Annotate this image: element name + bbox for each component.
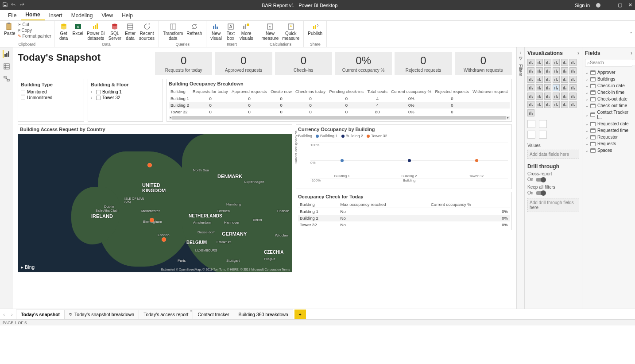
viz-table-icon[interactable] xyxy=(544,93,551,100)
field-table[interactable]: ⌄Check-out time xyxy=(585,102,632,109)
viz-arcgis-icon[interactable] xyxy=(561,101,568,108)
table-row[interactable]: Building 2No0% xyxy=(298,215,510,221)
more-visuals-button[interactable]: Morevisuals xyxy=(238,22,255,42)
minimize-icon[interactable]: — xyxy=(607,3,612,8)
horizontal-scrollbar[interactable]: ◂▸ xyxy=(169,116,510,120)
cut-button[interactable]: ✂Cut xyxy=(18,22,51,27)
column-header[interactable]: Total seats xyxy=(365,88,389,95)
next-page-icon[interactable]: › xyxy=(8,312,16,317)
data-point[interactable] xyxy=(408,159,411,162)
viz-100-bar-icon[interactable] xyxy=(561,59,568,66)
viz-line-column-icon[interactable] xyxy=(553,67,560,74)
scroll-right-icon[interactable]: ▸ xyxy=(506,116,510,120)
viz-clustered-bar-icon[interactable] xyxy=(544,59,551,66)
viz-multi-card-icon[interactable] xyxy=(569,84,577,91)
viz-map-icon[interactable] xyxy=(527,84,534,91)
quick-measure-button[interactable]: Quickmeasure xyxy=(281,22,301,42)
building-occupancy-table[interactable]: Building Occupancy Breakdown BuildingReq… xyxy=(166,79,512,122)
column-header[interactable]: Current occupancy % xyxy=(389,88,433,95)
column-header[interactable]: Check-ins today xyxy=(294,88,327,95)
undo-icon[interactable] xyxy=(11,2,16,8)
map-visual[interactable]: Building Access Request by Country UNITE… xyxy=(18,124,292,272)
field-table[interactable]: ⌄Spaces xyxy=(585,147,632,154)
slicer-option[interactable]: Unmonitored xyxy=(21,95,81,101)
column-header[interactable]: Approved requests xyxy=(230,88,269,95)
slicer-option[interactable]: ›Building 1 xyxy=(91,89,160,95)
field-table[interactable]: ⌄Check-in date xyxy=(585,82,632,89)
viz-line-icon[interactable] xyxy=(527,67,534,74)
viz-funnel-icon[interactable] xyxy=(536,76,543,83)
viz-donut-icon[interactable] xyxy=(561,76,568,83)
slicer-option[interactable]: ›Tower 32 xyxy=(91,95,160,101)
viz-r-icon[interactable] xyxy=(561,93,568,100)
data-point[interactable] xyxy=(475,159,478,162)
search-input[interactable] xyxy=(590,60,635,65)
column-header[interactable]: Building xyxy=(298,201,339,208)
publish-button[interactable]: Publish xyxy=(306,22,324,42)
occupancy-check-table[interactable]: Occupancy Check for Today BuildingMax oc… xyxy=(296,192,512,230)
column-header[interactable]: Requests for today xyxy=(191,88,230,95)
viz-decomposition-icon[interactable] xyxy=(536,101,543,108)
kpi-card[interactable]: 0Approved requests xyxy=(215,52,272,75)
column-header[interactable]: Withdrawn request xyxy=(471,88,510,95)
recent-sources-button[interactable]: Recentsources xyxy=(138,22,156,42)
page-tab[interactable]: ↻Today's snapshot breakdown xyxy=(64,310,139,319)
copy-button[interactable]: ⎘Copy xyxy=(18,27,51,33)
sql-server-button[interactable]: SQLServer xyxy=(107,22,123,42)
enter-data-button[interactable]: Enterdata xyxy=(124,22,137,42)
viz-pie-icon[interactable] xyxy=(553,76,560,83)
page-tab[interactable]: Today's access reportx xyxy=(139,310,193,319)
viz-treemap-icon[interactable] xyxy=(569,76,577,83)
scatter-visual[interactable]: Currency Occupancy by Building Building … xyxy=(296,124,512,189)
viz-clustered-column-icon[interactable] xyxy=(553,59,560,66)
table-row[interactable]: Tower 3200000800%0 xyxy=(169,108,510,115)
menutab-view[interactable]: View xyxy=(97,11,117,20)
viz-card-icon[interactable] xyxy=(561,84,568,91)
table-row[interactable]: Building 20000040%0 xyxy=(169,102,510,108)
close-tab-icon[interactable]: x xyxy=(190,309,192,313)
analytics-tab-icon[interactable] xyxy=(527,131,535,139)
viz-line-clustered-icon[interactable] xyxy=(561,67,568,74)
prev-page-icon[interactable]: ‹ xyxy=(0,312,8,317)
column-header[interactable]: Onsite now xyxy=(269,88,294,95)
table-row[interactable]: Building 1No0% xyxy=(298,208,510,215)
table-row[interactable]: Tower 32No0% xyxy=(298,221,510,228)
report-view-icon[interactable] xyxy=(3,50,11,58)
viz-waterfall-icon[interactable] xyxy=(527,76,534,83)
close-icon[interactable]: ✕ xyxy=(628,2,632,8)
paste-button[interactable]: Paste xyxy=(3,22,17,42)
data-view-icon[interactable] xyxy=(3,62,11,70)
scroll-left-icon[interactable]: ◂ xyxy=(169,116,172,120)
save-icon[interactable] xyxy=(3,2,8,8)
field-table[interactable]: ⌄Check-out date xyxy=(585,96,632,102)
get-data-button[interactable]: Getdata xyxy=(57,22,70,42)
new-visual-button[interactable]: Newvisual xyxy=(209,22,223,42)
values-dropwell[interactable]: Add data fields here xyxy=(527,150,579,159)
fields-tab-icon[interactable] xyxy=(527,120,535,128)
column-header[interactable]: Max occupancy reached xyxy=(339,201,429,208)
kpi-card[interactable]: 0Requests for today xyxy=(155,52,212,75)
viz-slicer-icon[interactable] xyxy=(536,93,543,100)
menutab-help[interactable]: Help xyxy=(117,11,137,20)
field-table[interactable]: ⌄Check-in time xyxy=(585,89,632,96)
report-canvas[interactable]: Today's Snapshot 0Requests for today0App… xyxy=(13,47,516,309)
menutab-insert[interactable]: Insert xyxy=(45,11,67,20)
filters-pane-collapsed[interactable]: ‹ ▽ Filters xyxy=(516,47,524,309)
field-table[interactable]: ⌄Contact Tracker l... xyxy=(585,109,632,120)
page-tab[interactable]: Contact tracker xyxy=(193,310,234,319)
slicer-building-floor[interactable]: Building & Floor ›Building 1›Tower 32 xyxy=(88,79,163,122)
kpi-card[interactable]: 0Rejected requests xyxy=(395,52,452,75)
maximize-icon[interactable]: ▢ xyxy=(618,2,622,8)
field-table[interactable]: ⌄Requestor xyxy=(585,134,632,140)
viz-stacked-bar-icon[interactable] xyxy=(527,59,534,66)
menutab-home[interactable]: Home xyxy=(21,10,44,20)
keep-filters-toggle[interactable]: On xyxy=(527,190,579,195)
fields-search[interactable]: ⌕ xyxy=(585,59,632,66)
menutab-file[interactable]: File xyxy=(4,11,21,20)
collapse-pane-icon[interactable]: › xyxy=(631,50,632,56)
viz-powerapps-icon[interactable] xyxy=(569,101,577,108)
field-table[interactable]: ⌄Approver xyxy=(585,69,632,76)
column-header[interactable]: Rejected requests xyxy=(433,88,471,95)
new-measure-button[interactable]: ΣNewmeasure xyxy=(260,22,280,42)
viz-paginated-icon[interactable] xyxy=(553,101,560,108)
